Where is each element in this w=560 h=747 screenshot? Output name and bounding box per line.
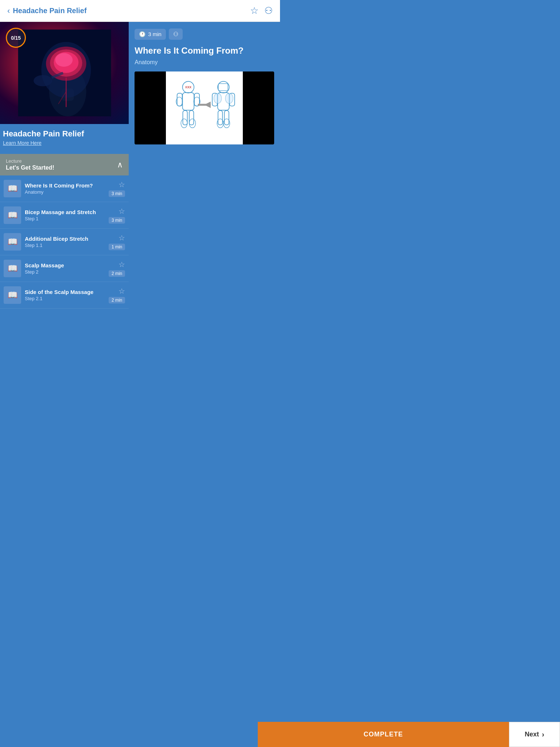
lesson-title: Where Is It Coming From? <box>25 182 105 189</box>
svg-point-32 <box>214 93 222 104</box>
book-icon: 📖 <box>8 264 18 273</box>
right-column: 🕐 3 min ⚇ Where Is It Coming From? Anato… <box>129 22 280 309</box>
lesson-subtitle: Anatomy <box>25 189 105 195</box>
lesson-info: Scalp Massage Step 2 <box>25 262 105 275</box>
svg-rect-31 <box>218 84 228 91</box>
hero-image: 0/15 <box>0 22 129 124</box>
active-lesson-subtitle: Anatomy <box>135 59 274 66</box>
lesson-info: Additional Bicep Stretch Step 1.1 <box>25 236 105 248</box>
lesson-item[interactable]: 📖 Scalp Massage Step 2 ☆ 2 min <box>0 255 129 282</box>
active-lesson-title: Where Is It Coming From? <box>135 45 274 56</box>
book-icon: 📖 <box>8 237 18 247</box>
svg-rect-17 <box>189 111 194 125</box>
lesson-duration: 3 min <box>109 217 125 224</box>
svg-point-33 <box>226 93 233 104</box>
lesson-duration: 2 min <box>109 270 125 277</box>
lesson-list: 📖 Where Is It Coming From? Anatomy ☆ 3 m… <box>0 175 129 309</box>
progress-badge: 0/15 <box>6 28 26 48</box>
svg-point-21 <box>181 119 188 128</box>
lesson-subtitle: Step 2 <box>25 269 105 275</box>
favorite-icon[interactable]: ☆ <box>250 5 258 16</box>
lesson-meta: ☆ 2 min <box>109 260 125 277</box>
lesson-duration: 2 min <box>109 297 125 303</box>
lesson-title: Bicep Massage and Stretch <box>25 209 105 215</box>
lesson-info: Bicep Massage and Stretch Step 1 <box>25 209 105 221</box>
meta-row: 🕐 3 min ⚇ <box>135 28 274 40</box>
lesson-meta: ☆ 3 min <box>109 180 125 197</box>
star-icon[interactable]: ☆ <box>118 233 125 242</box>
link-icon: ⚇ <box>173 31 178 37</box>
video-thumbnail[interactable]: XXX <box>135 71 274 144</box>
app-header: ‹ Headache Pain Relief ☆ ⚇ <box>0 0 280 22</box>
course-link[interactable]: Learn More Here <box>3 140 126 146</box>
lesson-info: Side of the Scalp Massage Step 2.1 <box>25 289 105 301</box>
lesson-title: Side of the Scalp Massage <box>25 289 105 295</box>
lecture-info: Lecture Let's Get Started! <box>6 158 54 171</box>
course-title-section: Headache Pain Relief Learn More Here <box>0 124 129 148</box>
lesson-duration: 3 min <box>109 190 125 197</box>
link-badge[interactable]: ⚇ <box>169 28 183 40</box>
lesson-item[interactable]: 📖 Additional Bicep Stretch Step 1.1 ☆ 1 … <box>0 229 129 255</box>
star-icon[interactable]: ☆ <box>118 260 125 269</box>
duration-text: 3 min <box>148 31 162 37</box>
lesson-info: Where Is It Coming From? Anatomy <box>25 182 105 195</box>
header-right: ☆ ⚇ <box>250 5 273 16</box>
lesson-icon-box: 📖 <box>4 286 21 304</box>
clock-icon: 🕐 <box>139 31 146 38</box>
svg-text:XXX: XXX <box>185 85 192 89</box>
lecture-header[interactable]: Lecture Let's Get Started! ∧ <box>0 154 129 175</box>
course-title: Headache Pain Relief <box>3 129 126 139</box>
svg-rect-16 <box>183 111 187 125</box>
lecture-name: Let's Get Started! <box>6 165 54 171</box>
chevron-up-icon: ∧ <box>117 160 123 170</box>
star-icon[interactable]: ☆ <box>118 207 125 216</box>
lecture-label: Lecture <box>6 158 54 164</box>
lesson-item[interactable]: 📖 Side of the Scalp Massage Step 2.1 ☆ 2… <box>0 282 129 309</box>
lesson-icon-box: 📖 <box>4 180 21 197</box>
book-icon: 📖 <box>8 290 18 300</box>
svg-rect-30 <box>225 111 229 125</box>
book-icon: 📖 <box>8 184 18 193</box>
lesson-subtitle: Step 2.1 <box>25 296 105 301</box>
lesson-subtitle: Step 1 <box>25 216 105 221</box>
svg-point-22 <box>189 119 196 128</box>
lesson-title: Scalp Massage <box>25 262 105 268</box>
book-icon: 📖 <box>8 210 18 220</box>
svg-rect-24 <box>198 104 211 106</box>
lesson-meta: ☆ 2 min <box>109 287 125 303</box>
duration-badge: 🕐 3 min <box>135 29 166 40</box>
main-content: 0/15 Headache Pain Relief Learn More Her… <box>0 22 280 309</box>
svg-point-7 <box>55 53 73 67</box>
lesson-meta: ☆ 1 min <box>109 233 125 250</box>
header-left: ‹ Headache Pain Relief <box>7 6 87 16</box>
video-inner: XXX <box>166 71 243 144</box>
header-title: Headache Pain Relief <box>13 7 86 15</box>
lesson-duration: 1 min <box>109 244 125 250</box>
lesson-title: Additional Bicep Stretch <box>25 236 105 242</box>
lesson-subtitle: Step 1.1 <box>25 243 105 248</box>
svg-rect-14 <box>177 93 182 106</box>
svg-point-25 <box>218 81 229 93</box>
lesson-icon-box: 📖 <box>4 260 21 277</box>
lesson-item[interactable]: 📖 Where Is It Coming From? Anatomy ☆ 3 m… <box>0 175 129 202</box>
brain-svg <box>10 30 119 116</box>
star-icon[interactable]: ☆ <box>118 180 125 189</box>
lesson-icon-box: 📖 <box>4 233 21 251</box>
lecture-section: Lecture Let's Get Started! ∧ <box>0 154 129 175</box>
svg-rect-13 <box>183 93 194 110</box>
lesson-icon-box: 📖 <box>4 206 21 224</box>
lesson-meta: ☆ 3 min <box>109 207 125 224</box>
back-button[interactable]: ‹ <box>7 6 10 16</box>
left-column: 0/15 Headache Pain Relief Learn More Her… <box>0 22 129 309</box>
share-link-icon[interactable]: ⚇ <box>264 5 273 16</box>
svg-point-10 <box>34 75 52 86</box>
svg-rect-29 <box>218 111 222 125</box>
star-icon[interactable]: ☆ <box>118 287 125 295</box>
lesson-item[interactable]: 📖 Bicep Massage and Stretch Step 1 ☆ 3 m… <box>0 202 129 229</box>
